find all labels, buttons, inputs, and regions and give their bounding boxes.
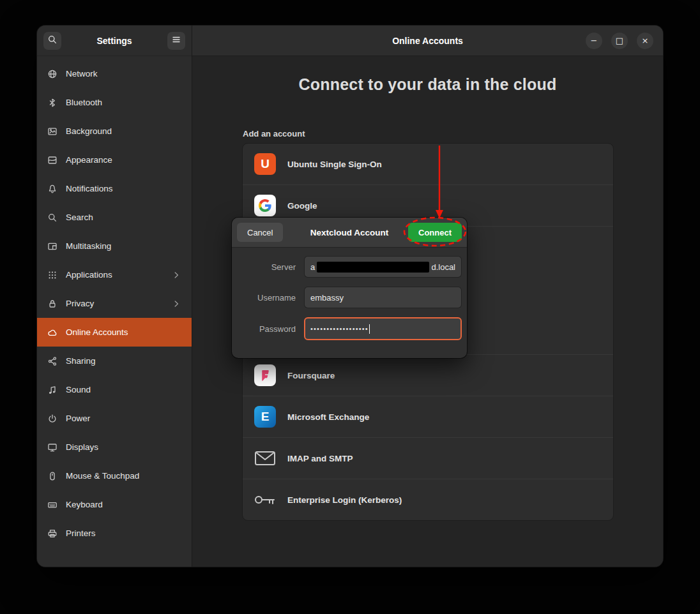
close-button[interactable]: × (637, 33, 653, 49)
menu-button[interactable] (167, 32, 185, 50)
sidebar-item-sound[interactable]: Sound (37, 375, 192, 404)
sidebar-item-label: Power (66, 414, 181, 423)
account-label: Microsoft Exchange (287, 412, 369, 422)
displays-icon (47, 442, 57, 453)
foursquare-icon (253, 364, 277, 386)
sidebar-item-label: Keyboard (66, 500, 181, 509)
sidebar-item-label: Privacy (66, 299, 163, 308)
appearance-icon (47, 155, 57, 165)
search-button[interactable] (43, 32, 61, 50)
account-label: IMAP and SMTP (287, 454, 353, 463)
sidebar-item-label: Network (66, 69, 181, 79)
sidebar-item-applications[interactable]: Applications (37, 260, 192, 289)
maximize-button[interactable]: □ (611, 33, 628, 49)
keyboard-icon (47, 500, 57, 510)
sidebar-item-displays[interactable]: Displays (37, 433, 192, 461)
sidebar-item-multitasking[interactable]: Multitasking (37, 232, 192, 260)
close-icon: × (642, 36, 649, 45)
text-cursor (369, 324, 370, 334)
multitasking-icon (47, 241, 57, 251)
applications-icon (47, 270, 57, 280)
sidebar-item-label: Notifications (66, 184, 181, 193)
sidebar-item-label: Bluetooth (66, 98, 181, 107)
privacy-icon (47, 299, 57, 309)
server-label: Server (232, 262, 296, 272)
nextcloud-account-dialog: Cancel Nextcloud Account Connect Server … (232, 218, 467, 358)
sidebar-item-label: Multitasking (66, 241, 181, 251)
server-input[interactable]: a d.local (304, 256, 462, 278)
sharing-icon (47, 356, 57, 366)
sidebar-item-label: Appearance (66, 155, 181, 165)
ubuntu-sso-icon: U (253, 153, 277, 175)
sidebar-item-label: Background (66, 126, 181, 136)
account-row-foursquare[interactable]: Foursquare (243, 354, 613, 396)
password-input[interactable]: •••••••••••••••••• (304, 317, 462, 340)
sidebar-header: Settings (37, 26, 192, 56)
username-input[interactable]: embassy (304, 287, 462, 308)
maximize-icon: □ (616, 36, 623, 45)
minimize-icon: − (591, 36, 598, 45)
page-title: Connect to your data in the cloud (192, 75, 663, 94)
bluetooth-icon (47, 98, 57, 108)
accounts-top: UUbuntu Single Sign-OnGoogle (243, 144, 613, 226)
sidebar-item-label: Online Accounts (66, 327, 181, 337)
sidebar-item-network[interactable]: Network (37, 59, 192, 88)
network-icon (47, 69, 57, 79)
account-label: Foursquare (287, 371, 335, 380)
account-label: Ubuntu Single Sign-On (287, 160, 382, 169)
account-label: Google (287, 201, 317, 211)
connect-button[interactable]: Connect (408, 223, 462, 242)
google-icon (253, 195, 277, 216)
sidebar-item-label: Applications (66, 270, 163, 280)
server-value-prefix: a (310, 262, 315, 272)
printers-icon (47, 528, 57, 539)
password-label: Password (232, 324, 296, 334)
sidebar-item-label: Printers (66, 528, 181, 538)
sidebar-item-appearance[interactable]: Appearance (37, 146, 192, 174)
chevron-right-icon (171, 270, 181, 280)
sidebar-item-mouse-touchpad[interactable]: Mouse & Touchpad (37, 461, 192, 490)
account-row-microsoft-exchange[interactable]: EMicrosoft Exchange (243, 396, 613, 437)
sidebar-item-search[interactable]: Search (37, 203, 192, 232)
sidebar-item-power[interactable]: Power (37, 404, 192, 433)
account-row-imap-and-smtp[interactable]: IMAP and SMTP (243, 437, 613, 479)
window-controls: −□× (586, 33, 653, 49)
settings-window: Settings NetworkBluetoothBackgroundAppea… (37, 26, 663, 567)
background-icon (47, 126, 57, 137)
sidebar-item-label: Sharing (66, 356, 181, 366)
hamburger-menu-icon (171, 34, 181, 47)
sidebar-item-printers[interactable]: Printers (37, 519, 192, 548)
sidebar-item-label: Sound (66, 385, 181, 394)
sidebar-item-background[interactable]: Background (37, 117, 192, 146)
dialog-body: Server a d.local Username embassy Passwo… (232, 248, 467, 349)
sidebar-title: Settings (66, 36, 162, 46)
ms-exchange-icon: E (253, 406, 277, 428)
add-account-label: Add an account (243, 129, 305, 139)
minimize-button[interactable]: − (586, 33, 602, 49)
sidebar-item-bluetooth[interactable]: Bluetooth (37, 88, 192, 117)
notifications-icon (47, 184, 57, 194)
sidebar-item-notifications[interactable]: Notifications (37, 174, 192, 203)
sidebar-item-online-accounts[interactable]: Online Accounts (37, 318, 192, 347)
sidebar-item-label: Search (66, 213, 181, 222)
search-icon (47, 34, 57, 47)
chevron-right-icon (171, 299, 181, 309)
cancel-button[interactable]: Cancel (237, 223, 283, 242)
sidebar-item-privacy[interactable]: Privacy (37, 289, 192, 318)
account-label: Enterprise Login (Kerberos) (287, 495, 402, 505)
dialog-headerbar: Cancel Nextcloud Account Connect (232, 218, 467, 248)
online-accounts-icon (47, 327, 57, 338)
account-row-enterprise-login-kerberos[interactable]: Enterprise Login (Kerberos) (243, 479, 613, 520)
redaction-bar (317, 262, 429, 273)
sidebar-item-sharing[interactable]: Sharing (37, 347, 192, 375)
search-icon (47, 213, 57, 223)
sidebar-item-keyboard[interactable]: Keyboard (37, 490, 192, 519)
sound-icon (47, 385, 57, 395)
password-masked-value: •••••••••••••••••• (310, 325, 369, 333)
account-row-ubuntu-single-sign-on[interactable]: UUbuntu Single Sign-On (243, 144, 613, 184)
sidebar-nav: NetworkBluetoothBackgroundAppearanceNoti… (37, 56, 192, 551)
sidebar-item-label: Mouse & Touchpad (66, 471, 181, 481)
power-icon (47, 414, 57, 424)
sidebar: Settings NetworkBluetoothBackgroundAppea… (37, 26, 192, 567)
mouse-touchpad-icon (47, 471, 57, 481)
